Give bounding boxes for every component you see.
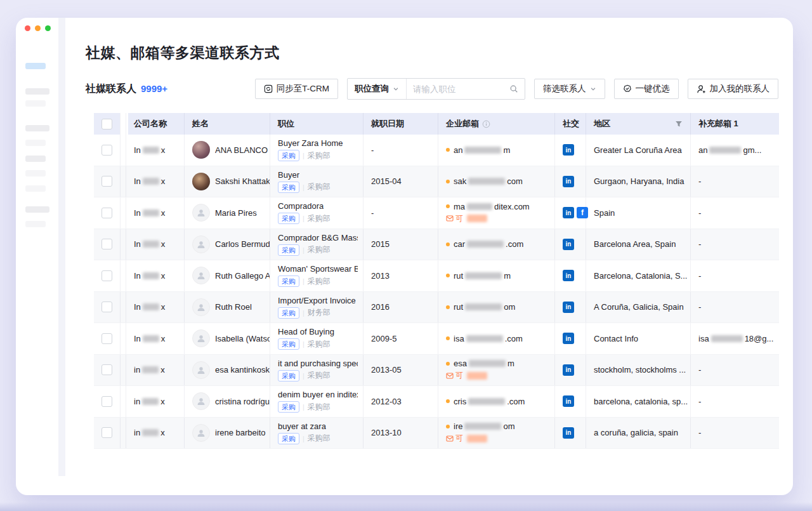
linkedin-icon[interactable]: in xyxy=(563,395,574,407)
column-header-label: 公司名称 xyxy=(134,118,167,129)
row-checkbox-cell xyxy=(94,355,120,386)
contact-name: Isabella (Watson) L... xyxy=(215,334,270,343)
linkedin-icon[interactable]: in xyxy=(563,364,574,376)
sync-to-crm-button[interactable]: 同步至T-CRM xyxy=(255,79,338,99)
add-label: 加入我的联系人 xyxy=(710,83,770,95)
email-cell: maditex.com可 xyxy=(438,197,554,229)
position-query-dropdown[interactable]: 职位查询 xyxy=(348,79,407,99)
row-checkbox-cell xyxy=(94,418,120,449)
redacted-text xyxy=(142,366,159,373)
email-status-dot xyxy=(446,180,450,183)
company-cell: Inx xyxy=(126,323,184,354)
row-checkbox[interactable] xyxy=(102,364,112,375)
position-search: 职位查询 xyxy=(347,78,525,100)
contact-name: Ruth Roel xyxy=(215,302,252,312)
start-date-cell: 2013 xyxy=(363,260,438,291)
social-cell: in xyxy=(554,260,586,291)
company-cell: Inx xyxy=(126,197,184,229)
email-status-dot xyxy=(446,425,450,428)
position-title: Comprador B&G Massi... xyxy=(278,233,358,242)
deliverable-label: 可 xyxy=(455,213,463,224)
start-date-cell: 2013-10 xyxy=(363,418,438,449)
start-date-cell: 2015 xyxy=(363,229,438,260)
linkedin-icon[interactable]: in xyxy=(563,176,574,187)
linkedin-icon[interactable]: in xyxy=(563,239,574,250)
row-checkbox[interactable] xyxy=(102,208,112,218)
one-click-select-button[interactable]: 一键优选 xyxy=(614,79,679,99)
row-checkbox[interactable] xyxy=(102,239,112,249)
envelope-icon xyxy=(446,373,454,379)
row-checkbox[interactable] xyxy=(102,427,112,438)
redacted-text xyxy=(465,272,502,279)
role-tag: 采购 xyxy=(278,275,299,287)
sidebar-skeleton xyxy=(16,18,58,495)
linkedin-icon[interactable]: in xyxy=(563,207,574,218)
position-cell: denim buyer en inditex采购|采购部 xyxy=(270,386,363,417)
column-header-social: 社交 xyxy=(554,113,586,135)
social-cell: in xyxy=(554,355,586,386)
linkedin-icon[interactable]: in xyxy=(563,302,574,313)
department-label: 采购部 xyxy=(308,433,331,444)
column-header-label: 社交 xyxy=(563,118,579,129)
extra-email-value: - xyxy=(698,208,701,218)
row-checkbox[interactable] xyxy=(102,270,112,281)
select-all-checkbox[interactable] xyxy=(102,119,112,129)
linkedin-icon[interactable]: in xyxy=(563,270,574,281)
email-cell: anm xyxy=(438,135,554,166)
info-icon[interactable] xyxy=(482,120,490,128)
company-cell: Inx xyxy=(126,292,184,323)
email-cell: sakcom xyxy=(438,166,554,197)
column-header-label: 企业邮箱 xyxy=(446,118,479,129)
contacts-table: 公司名称姓名职位就职日期企业邮箱社交地区补充邮箱 1 InxANA BLANCO… xyxy=(94,113,779,449)
linkedin-icon[interactable]: in xyxy=(563,333,574,344)
position-cell: buyer at zara采购|采购部 xyxy=(270,418,363,449)
email-cell: rutm xyxy=(438,260,554,291)
row-checkbox[interactable] xyxy=(102,333,112,344)
start-date-cell: - xyxy=(363,135,438,166)
email-status-dot xyxy=(446,274,450,277)
filter-funnel-icon[interactable] xyxy=(675,120,683,128)
row-checkbox[interactable] xyxy=(102,396,112,407)
row-checkbox-cell xyxy=(94,197,120,229)
column-header-extra-email: 补充邮箱 1 xyxy=(690,113,779,135)
badge-icon xyxy=(623,84,632,93)
redacted-text xyxy=(467,435,487,442)
row-checkbox[interactable] xyxy=(102,145,112,156)
linkedin-icon[interactable]: in xyxy=(563,144,574,156)
filter-contacts-button[interactable]: 筛选联系人 xyxy=(534,79,605,99)
table-row: inxirene barbeitobuyer at zara采购|采购部2013… xyxy=(94,418,779,449)
search-icon[interactable] xyxy=(509,84,525,93)
position-cell: Head of Buying采购|采购部 xyxy=(270,323,363,354)
avatar-placeholder-icon xyxy=(192,267,210,284)
contact-name: Sakshi Khattak xyxy=(215,176,270,186)
extra-email-cell: - xyxy=(690,292,779,323)
start-date-cell: 2013-05 xyxy=(363,355,438,386)
social-cell: in xyxy=(554,229,586,260)
avatar-placeholder-icon xyxy=(192,392,210,410)
region-cell: A Coruña, Galicia, Spain xyxy=(586,292,690,323)
row-checkbox[interactable] xyxy=(102,302,112,312)
row-checkbox[interactable] xyxy=(102,176,112,187)
deliverable-tag: 可 xyxy=(446,433,489,444)
contact-name: esa kantinkoski xyxy=(215,365,270,375)
add-to-contacts-button[interactable]: 加入我的联系人 xyxy=(688,79,779,99)
position-cell: Comprador B&G Massi...采购|采购部 xyxy=(270,229,363,260)
sync-icon xyxy=(264,84,273,93)
row-checkbox-cell xyxy=(94,386,120,417)
sidebar-item-active[interactable] xyxy=(25,63,46,69)
page-title: 社媒、邮箱等多渠道联系方式 xyxy=(86,43,793,63)
extra-email-cell: - xyxy=(690,166,779,197)
extra-email-cell: - xyxy=(690,386,779,417)
linkedin-icon[interactable]: in xyxy=(563,427,574,439)
department-label: 采购部 xyxy=(308,150,331,161)
region-cell: stockholm, stockholms ... xyxy=(586,355,690,386)
name-cell: irene barbeito xyxy=(184,418,270,449)
contacts-label: 社媒联系人 xyxy=(86,83,136,96)
social-cell: in xyxy=(554,386,586,417)
table-row: inxcristina rodríguezdenim buyer en indi… xyxy=(94,386,779,418)
redacted-text xyxy=(709,147,741,154)
position-search-input[interactable] xyxy=(407,84,509,94)
redacted-text xyxy=(467,372,487,380)
region-cell: Greater La Coruña Area xyxy=(586,135,690,166)
contact-name: irene barbeito xyxy=(215,428,266,437)
